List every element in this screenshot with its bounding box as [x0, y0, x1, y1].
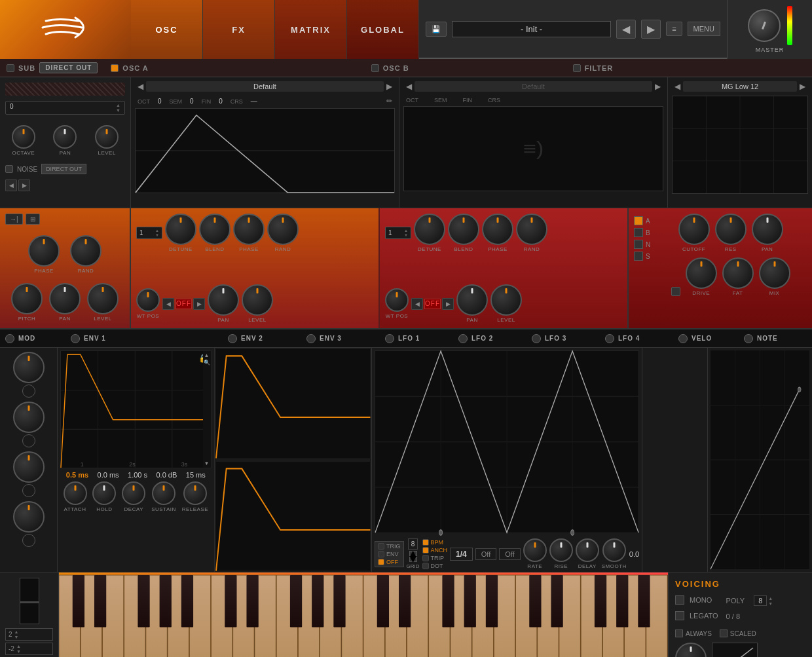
sub-prev[interactable]: ◀ — [5, 179, 17, 191]
preset-next[interactable]: ▶ — [641, 20, 661, 39]
filter-unison-btn[interactable] — [671, 287, 680, 296]
legato-check[interactable] — [675, 611, 684, 620]
porta-knob[interactable] — [675, 643, 707, 657]
mono-check[interactable] — [675, 595, 684, 605]
osc-a-detune-knob[interactable] — [165, 214, 196, 245]
mod-knob3[interactable] — [13, 451, 45, 483]
env1-zoom[interactable]: 🔍 — [204, 360, 210, 366]
master-knob[interactable] — [748, 9, 781, 42]
lfo-dot-led[interactable] — [422, 563, 429, 569]
osc-b-detune-knob[interactable] — [414, 214, 445, 245]
sub-pan-knob[interactable] — [53, 125, 77, 149]
env1-scroll-down[interactable]: ▼ — [204, 460, 210, 466]
osc-a-unison-sel[interactable]: 1 ▲▼ — [136, 227, 162, 239]
lfo-rise-knob[interactable] — [549, 538, 573, 562]
osc-a-next[interactable]: ▶ — [384, 82, 395, 91]
filter-next[interactable]: ▶ — [797, 82, 808, 91]
filter-cutoff-knob[interactable] — [678, 214, 710, 245]
tab-matrix[interactable]: MATRIX — [275, 0, 347, 59]
menu-button[interactable]: MENU — [688, 22, 720, 36]
osc-a-wt-prev[interactable]: ◀ — [162, 298, 174, 310]
mod-knob4[interactable] — [13, 501, 45, 533]
osc-a-pan-knob[interactable] — [208, 284, 239, 316]
tab-global[interactable]: GLOBAL — [347, 0, 419, 59]
mod-knob2[interactable] — [13, 402, 45, 433]
preset-list-button[interactable]: ≡ — [666, 22, 682, 36]
osc-a-led[interactable] — [111, 64, 119, 72]
sub-pitch-knob[interactable] — [11, 283, 43, 314]
osc-a-off-bar[interactable]: OFF — [175, 299, 192, 309]
filter-res-knob[interactable] — [715, 214, 747, 245]
range-low-control[interactable]: -2 ▲▼ — [5, 643, 53, 655]
filter-s-check[interactable] — [634, 252, 643, 261]
sub-led[interactable] — [7, 64, 14, 72]
osc-b-wt-knob[interactable] — [385, 288, 409, 312]
lfo-off-led[interactable] — [378, 559, 384, 565]
lfo-bpm-led[interactable] — [422, 539, 429, 546]
lfo-trip-led[interactable] — [422, 555, 429, 561]
poly-stepper[interactable]: 8 ▲▼ — [754, 595, 773, 606]
osc-a-edit[interactable]: ✏ — [386, 97, 392, 105]
osc-b-phase-knob[interactable] — [482, 214, 513, 245]
sub-level2-knob[interactable] — [87, 283, 119, 314]
osc-b-unison-sel[interactable]: 1 ▲▼ — [385, 227, 411, 239]
phase-mode-btn[interactable]: →| — [5, 214, 23, 225]
sub-phase-knob[interactable] — [28, 235, 60, 267]
filter-n-check[interactable] — [634, 240, 643, 249]
osc-a-prev[interactable]: ◀ — [135, 82, 146, 91]
env1-decay-knob[interactable] — [122, 481, 145, 505]
save-button[interactable]: 💾 — [426, 22, 447, 37]
unison-mode-btn[interactable]: ⊞ — [26, 214, 40, 225]
osc-a-blend-knob[interactable] — [199, 214, 231, 245]
scaled-check[interactable] — [720, 629, 728, 637]
lfo-trig-led[interactable] — [378, 543, 384, 550]
filter-prev[interactable]: ◀ — [672, 82, 683, 91]
lfo-anch-led[interactable] — [422, 547, 429, 554]
lfo-grid-down[interactable]: ▼ — [409, 557, 417, 562]
env1-sustain-knob[interactable] — [152, 481, 175, 505]
lfo-smooth-knob[interactable] — [602, 538, 626, 562]
lfo-delay-knob[interactable] — [576, 538, 599, 562]
osc-b-wt-prev[interactable]: ◀ — [411, 298, 423, 310]
osc-b-level-knob[interactable] — [490, 284, 522, 316]
preset-prev[interactable]: ◀ — [616, 20, 636, 39]
sub-rand-knob[interactable] — [70, 235, 101, 267]
osc-a-rand-knob[interactable] — [267, 214, 299, 245]
env1-release-knob[interactable] — [183, 481, 207, 505]
filter-b-check[interactable] — [634, 228, 643, 237]
lfo-env-led[interactable] — [378, 551, 384, 557]
piano-keys[interactable] — [59, 573, 668, 657]
osc-b-prev[interactable]: ◀ — [403, 82, 415, 91]
osc-b-pan-knob[interactable] — [456, 284, 488, 316]
always-check[interactable] — [675, 629, 683, 637]
osc-a-phase-knob[interactable] — [233, 214, 265, 245]
tab-fx[interactable]: FX — [203, 0, 275, 59]
osc-a-level-knob[interactable] — [242, 284, 273, 316]
noise-led[interactable] — [5, 165, 13, 173]
env1-hold-knob[interactable] — [92, 481, 116, 505]
osc-b-led[interactable] — [371, 64, 379, 72]
filter-mix-knob[interactable] — [759, 257, 790, 289]
sub-pan2-knob[interactable] — [49, 283, 81, 314]
octave-control[interactable]: 0 ▲ ▼ — [5, 101, 125, 115]
pitch-slider[interactable] — [20, 578, 39, 624]
filter-a-check[interactable] — [634, 216, 643, 225]
filter-drive-knob[interactable] — [686, 257, 717, 289]
env1-attack-knob[interactable] — [64, 481, 87, 505]
mod-knob1[interactable] — [13, 352, 45, 383]
filter-fat-knob[interactable] — [722, 257, 754, 289]
osc-b-blend-knob[interactable] — [448, 214, 479, 245]
sub-octave-knob[interactable] — [12, 125, 35, 149]
filter-led[interactable] — [573, 64, 581, 72]
sub-level-knob[interactable] — [95, 125, 119, 149]
sub-next[interactable]: ▶ — [18, 179, 30, 191]
osc-a-wt-knob[interactable] — [136, 288, 160, 312]
noise-direct-btn[interactable]: DIRECT OUT — [41, 164, 86, 174]
osc-a-wt-next[interactable]: ▶ — [193, 298, 205, 310]
osc-b-rand-knob[interactable] — [516, 214, 547, 245]
range-high-control[interactable]: 2 ▲▼ — [5, 628, 53, 641]
osc-b-off-bar[interactable]: OFF — [424, 299, 441, 309]
osc-b-wt-next[interactable]: ▶ — [442, 298, 454, 310]
direct-out-button[interactable]: DIRECT OUT — [39, 62, 98, 73]
env1-scroll-up[interactable]: ▲ — [204, 352, 210, 358]
